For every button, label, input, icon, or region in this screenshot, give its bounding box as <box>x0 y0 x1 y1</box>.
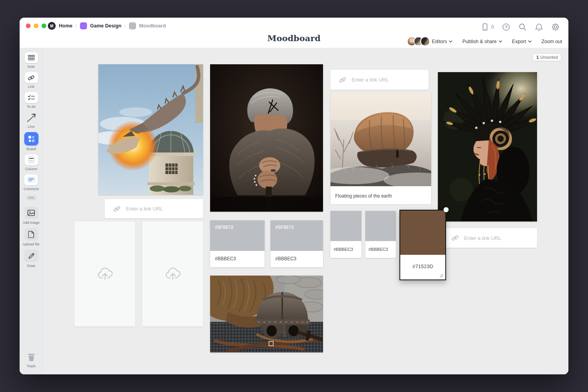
editors-menu[interactable]: Editors <box>407 36 453 46</box>
tool-line[interactable]: Line <box>25 112 38 129</box>
help-icon: ? <box>502 23 510 31</box>
selection-resize-dot[interactable] <box>444 207 449 212</box>
viking-helmet-photo <box>210 276 323 352</box>
upload-file-icon <box>28 231 34 238</box>
device-preview-button[interactable]: 0 <box>481 23 494 31</box>
notifications-button[interactable] <box>535 23 543 31</box>
export-label: Export <box>512 39 526 44</box>
chevron-down-icon <box>449 40 452 43</box>
editors-label: Editors <box>432 39 447 44</box>
swatch-color-area <box>330 211 361 241</box>
floating-rock-photo <box>330 93 431 186</box>
swatch-caption: #BBBEC3 <box>330 241 361 258</box>
tool-draw[interactable]: Draw <box>24 250 38 268</box>
settings-button[interactable] <box>551 23 560 31</box>
viking-man-photo <box>210 64 323 212</box>
note-icon <box>28 55 35 60</box>
maximize-window-button[interactable] <box>42 24 46 28</box>
image-card-viking-man[interactable] <box>210 64 323 212</box>
avatar <box>420 36 430 46</box>
link-url-placeholder: Enter a link URL <box>352 77 389 83</box>
swatch-color-area <box>365 211 396 241</box>
line-arrow-icon <box>26 113 36 123</box>
top-bar: M Home / Game Design / Moodboard Moodboa… <box>20 18 568 48</box>
cloud-upload-icon <box>96 267 114 281</box>
breadcrumb-separator: / <box>76 24 77 28</box>
close-window-button[interactable] <box>26 24 31 28</box>
search-button[interactable] <box>518 23 527 31</box>
link-url-placeholder: Enter a link URL <box>464 235 501 241</box>
search-icon <box>518 23 527 31</box>
device-count: 0 <box>491 24 494 30</box>
gear-icon <box>551 23 560 31</box>
image-card-helmet[interactable] <box>210 276 323 352</box>
link-icon <box>28 74 34 81</box>
tool-add-image[interactable]: Add image <box>23 207 40 225</box>
tool-note[interactable]: Note <box>25 52 38 69</box>
swatch-title: #5F6672 <box>210 220 265 234</box>
bell-icon <box>535 23 543 31</box>
color-swatch-card-1[interactable]: #5F6672 #BBBEC3 <box>210 220 265 267</box>
publish-share-menu[interactable]: Publish & share <box>462 39 502 44</box>
comment-icon <box>27 177 35 183</box>
link-card-empty-1[interactable]: Enter a link URL <box>105 199 203 218</box>
feather-headdress-photo <box>438 72 537 221</box>
unsorted-badge[interactable]: 1Unsorted <box>533 53 561 61</box>
breadcrumb-home[interactable]: Home <box>59 23 73 29</box>
export-menu[interactable]: Export <box>512 39 532 44</box>
swatch-color-area: #5F6672 <box>270 220 323 251</box>
svg-text:?: ? <box>505 25 507 29</box>
swatch-color-area <box>400 211 445 255</box>
link-card-empty-3[interactable]: Enter a link URL <box>443 228 537 248</box>
tool-board[interactable]: Board <box>24 132 38 151</box>
dragon-photo <box>98 64 203 195</box>
breadcrumb-project[interactable]: Game Design <box>90 23 122 29</box>
chevron-down-icon <box>499 40 502 43</box>
tool-sidebar: Note Link To-do Lin <box>20 48 43 374</box>
tool-upload-file[interactable]: Upload file <box>23 228 40 246</box>
mobile-device-icon <box>481 23 489 31</box>
tool-column[interactable]: Column <box>25 154 38 171</box>
color-swatch-card-2[interactable]: #5F6672 #BBBEC3 <box>270 220 323 267</box>
app-logo-icon[interactable]: M <box>48 22 56 30</box>
breadcrumb-current: Moodboard <box>139 23 166 29</box>
link-icon <box>339 76 346 83</box>
resize-handle-icon[interactable] <box>439 274 443 278</box>
breadcrumb: M Home / Game Design / Moodboard <box>48 22 166 30</box>
upload-placeholder-1[interactable] <box>74 221 135 327</box>
todo-icon <box>28 95 35 100</box>
link-icon <box>113 205 120 212</box>
color-swatch-card-3[interactable]: #BBBEC3 <box>330 211 361 258</box>
column-icon <box>28 156 35 163</box>
swatch-caption: #71523D <box>400 255 445 278</box>
tool-comment[interactable]: Comment <box>24 174 39 191</box>
color-swatch-card-selected[interactable]: #71523D <box>399 210 446 280</box>
tool-link[interactable]: Link <box>25 72 38 89</box>
link-card-empty-2[interactable]: Enter a link URL <box>330 70 428 90</box>
help-button[interactable]: ? <box>502 23 510 31</box>
breadcrumb-separator: / <box>125 24 126 28</box>
image-card-headdress[interactable] <box>438 72 537 221</box>
app-window: M Home / Game Design / Moodboard Moodboa… <box>20 18 568 374</box>
color-swatch-card-4[interactable]: #BBBEC3 <box>365 211 396 258</box>
add-image-icon <box>27 210 35 216</box>
minimize-window-button[interactable] <box>34 24 38 28</box>
board-canvas: 1Unsorted <box>43 48 568 374</box>
project-icon[interactable] <box>80 22 87 29</box>
cloud-upload-icon <box>164 267 182 281</box>
trash-dropzone[interactable]: Trash <box>26 352 36 368</box>
tool-todo[interactable]: To-do <box>25 92 38 109</box>
image-card-floating-rock[interactable]: Floating pieces of the earth <box>330 93 431 204</box>
image-card-dragon[interactable] <box>98 64 203 195</box>
upload-placeholder-2[interactable] <box>142 221 203 327</box>
swatch-caption: #BBBEC3 <box>365 241 396 258</box>
zoom-out-button[interactable]: Zoom out <box>541 39 562 44</box>
more-tools-button[interactable]: ••• <box>26 195 37 200</box>
publish-share-label: Publish & share <box>462 39 497 44</box>
swatch-color-area: #5F6672 <box>210 220 265 251</box>
editor-avatars <box>407 36 430 46</box>
zoom-out-label: Zoom out <box>541 39 562 44</box>
chevron-down-icon <box>528 40 532 43</box>
swatch-caption: #BBBEC3 <box>210 251 265 267</box>
swatch-caption: #BBBEC3 <box>270 251 323 267</box>
